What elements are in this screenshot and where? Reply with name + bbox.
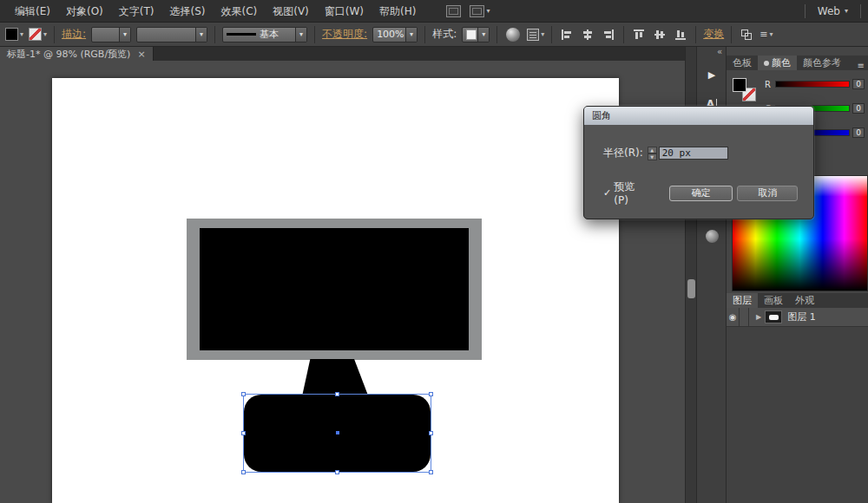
chevron-down-icon: ▾ xyxy=(195,28,207,42)
tab-layers[interactable]: 图层 xyxy=(727,293,758,308)
selection-handle-middle-left[interactable] xyxy=(241,431,246,435)
brush-definition-dropdown[interactable]: 基本 ▾ xyxy=(222,27,307,42)
menu-window[interactable]: 窗口(W) xyxy=(317,0,372,23)
spinner-up-icon[interactable]: ▲ xyxy=(648,147,657,154)
close-icon[interactable]: × xyxy=(137,49,145,60)
menu-object[interactable]: 对象(O) xyxy=(58,0,111,23)
align-horizontal-center-icon xyxy=(582,29,594,41)
blue-value-field[interactable]: 0 xyxy=(852,127,865,138)
monitor-stand-shape[interactable] xyxy=(302,359,370,396)
tab-color-guide[interactable]: 颜色参考 xyxy=(797,56,847,70)
tab-artboards[interactable]: 画板 xyxy=(758,293,789,308)
align-vertical-center-button[interactable] xyxy=(652,27,667,42)
selection-handle-top-right[interactable] xyxy=(429,392,433,396)
isolate-object-button[interactable] xyxy=(739,27,754,42)
selection-handle-top-center[interactable] xyxy=(335,392,339,396)
cancel-button[interactable]: 取消 xyxy=(737,186,798,201)
menu-effect[interactable]: 效果(C) xyxy=(213,0,265,23)
spinner-down-icon[interactable]: ▼ xyxy=(648,154,657,160)
visibility-toggle[interactable]: ◉ xyxy=(727,308,740,327)
toolbar-divider xyxy=(551,26,552,43)
tab-swatches[interactable]: 色板 xyxy=(727,56,758,70)
red-slider[interactable] xyxy=(775,81,850,88)
fill-stroke-indicator[interactable] xyxy=(732,77,761,107)
radius-label: 半径(R): xyxy=(603,146,643,160)
toolbar-menu-control[interactable]: ≡ ▾ xyxy=(760,29,773,40)
panel-menu-icon[interactable]: ≡ xyxy=(854,61,868,70)
selection-handle-bottom-right[interactable] xyxy=(429,470,433,474)
chevron-down-icon: ▾ xyxy=(20,30,23,38)
align-horizontal-center-button[interactable] xyxy=(580,27,595,42)
radius-input[interactable] xyxy=(659,147,728,160)
canvas-area[interactable] xyxy=(0,61,685,503)
checkbox-check-icon[interactable]: ✓ xyxy=(603,187,611,199)
fill-color-control[interactable]: ▾ xyxy=(5,28,23,41)
monitor-screen-shape[interactable] xyxy=(200,228,469,350)
menu-edit[interactable]: 编辑(E) xyxy=(7,0,58,23)
lock-toggle[interactable] xyxy=(740,308,749,327)
graphic-style-dropdown[interactable]: ▾ xyxy=(462,27,490,42)
menubar-divider xyxy=(805,4,806,18)
opacity-panel-link[interactable]: 不透明度: xyxy=(322,27,367,42)
appbar-icons: ▾ xyxy=(446,5,490,17)
color-panel-tabs: 色板 颜色 颜色参考 ≡ xyxy=(727,56,868,70)
expand-triangle-icon[interactable]: ▶ xyxy=(756,313,761,321)
recolor-artwork-icon xyxy=(506,28,520,42)
control-toolbar: ▾ ▾ 描边: ▾ ▾ 基本 ▾ 不透明度: 100% ▾ xyxy=(0,23,868,47)
align-right-button[interactable] xyxy=(601,27,616,42)
layer-row[interactable]: ◉ ▶ 图层 1 xyxy=(727,308,868,327)
layer-thumbnail[interactable] xyxy=(765,310,782,323)
transform-panel-link[interactable]: 变换 xyxy=(703,27,724,42)
toolbar-divider xyxy=(54,26,55,43)
arrange-documents-control[interactable]: ▾ xyxy=(470,5,490,17)
ok-button[interactable]: 确定 xyxy=(669,186,733,201)
tab-appearance[interactable]: 外观 xyxy=(789,293,820,308)
align-bottom-button[interactable] xyxy=(673,27,688,42)
menu-view[interactable]: 视图(V) xyxy=(265,0,317,23)
menu-icon: ≡ xyxy=(760,29,767,40)
toolbar-divider xyxy=(214,26,215,43)
stroke-panel-link[interactable]: 描边: xyxy=(62,27,86,42)
radius-row: 半径(R): ▲ ▼ xyxy=(603,146,728,160)
selection-center-anchor[interactable] xyxy=(336,431,339,434)
artboard[interactable] xyxy=(52,78,619,503)
workspace-switcher[interactable]: Web ▾ xyxy=(812,5,853,17)
scrollbar-thumb[interactable] xyxy=(687,279,695,298)
brush-preview: 基本 xyxy=(227,28,279,41)
radius-spinner: ▲ ▼ xyxy=(648,147,657,160)
graphic-style-swatch xyxy=(466,29,477,40)
selection-handle-middle-right[interactable] xyxy=(429,431,433,435)
menubar-right: Web ▾ xyxy=(805,4,861,18)
selection-handle-bottom-left[interactable] xyxy=(241,470,246,474)
dialog-titlebar[interactable]: 圆角 xyxy=(584,107,813,125)
bridge-icon[interactable] xyxy=(446,5,461,17)
document-tab[interactable]: 标题-1* @ 98% (RGB/预览) × xyxy=(0,47,154,61)
recolor-artwork-button[interactable] xyxy=(504,26,522,43)
red-value-field[interactable]: 0 xyxy=(852,79,865,89)
preview-checkbox-label[interactable]: 预览(P) xyxy=(614,180,647,206)
fill-proxy-swatch[interactable] xyxy=(733,78,746,92)
toolbar-divider xyxy=(623,26,624,43)
green-value-field[interactable]: 0 xyxy=(852,103,865,114)
selection-handle-bottom-center[interactable] xyxy=(335,470,339,474)
menu-select[interactable]: 选择(S) xyxy=(161,0,213,23)
isolate-object-icon xyxy=(740,29,753,41)
variable-width-dropdown[interactable]: ▾ xyxy=(136,27,207,42)
menu-help[interactable]: 帮助(H) xyxy=(372,0,424,23)
stroke-weight-dropdown[interactable]: ▾ xyxy=(91,27,131,42)
opacity-dropdown[interactable]: 100% ▾ xyxy=(372,27,418,42)
kuler-panel-button[interactable] xyxy=(701,225,722,246)
align-top-button[interactable] xyxy=(631,27,647,42)
tab-color[interactable]: 颜色 xyxy=(758,56,797,70)
collapse-panels-icon[interactable]: « xyxy=(717,47,722,56)
chevron-down-icon: ▾ xyxy=(486,7,490,15)
menu-type[interactable]: 文字(T) xyxy=(111,0,162,23)
document-setup-control[interactable]: ▾ xyxy=(527,29,544,41)
stroke-color-control[interactable]: ▾ xyxy=(29,28,47,41)
selection-handle-top-left[interactable] xyxy=(241,392,246,396)
align-left-button[interactable] xyxy=(559,27,575,42)
brush-name: 基本 xyxy=(260,28,279,41)
symbols-panel-button[interactable]: ▶ xyxy=(701,64,722,85)
align-left-icon xyxy=(561,29,573,41)
layer-name[interactable]: 图层 1 xyxy=(787,310,816,323)
